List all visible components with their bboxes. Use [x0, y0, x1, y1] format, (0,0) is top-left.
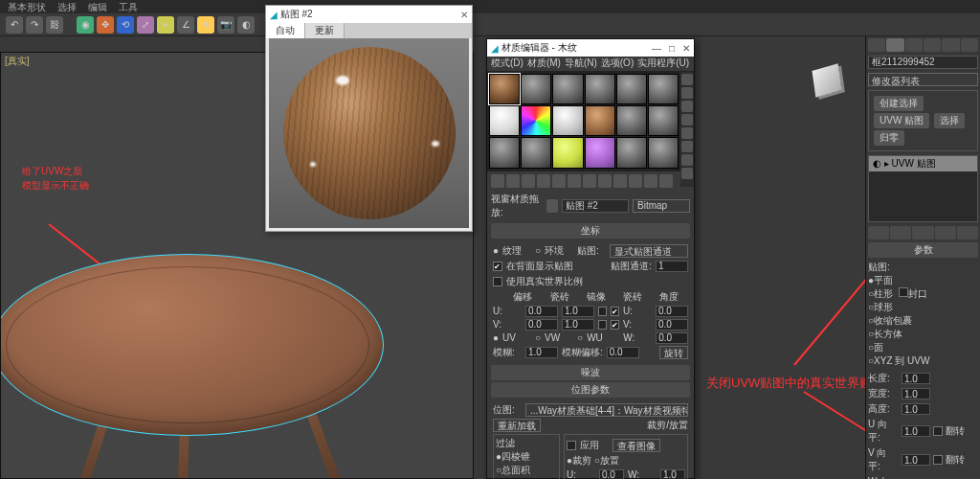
height-spinner[interactable] [902, 403, 930, 415]
uv-radio[interactable]: UV [502, 332, 531, 343]
show-in-vp-icon[interactable] [613, 174, 627, 188]
map-channel-spinner[interactable] [656, 261, 688, 272]
camera-icon[interactable]: 📷 [217, 16, 234, 34]
u-angle-spinner[interactable] [656, 306, 688, 317]
box-radio[interactable]: 长方体 [874, 329, 902, 339]
snap-icon[interactable]: ⌖ [157, 16, 174, 34]
shrink-radio[interactable]: 收缩包裹 [874, 315, 912, 326]
mat-slot[interactable] [552, 105, 583, 136]
real-world-checkbox[interactable] [493, 277, 502, 286]
mat-slot[interactable] [585, 105, 615, 136]
v-angle-spinner[interactable] [656, 319, 688, 331]
preview-titlebar[interactable]: ◢ 贴图 #2 ✕ [266, 6, 472, 23]
select-by-mat-icon[interactable] [681, 168, 693, 179]
mat-slot[interactable] [616, 137, 647, 168]
spherical-radio[interactable]: 球形 [874, 302, 893, 312]
mat-menubar[interactable]: 模式(D) 材质(M) 导航(N) 选项(O) 实用程序(U) [487, 57, 694, 72]
v-offset-spinner[interactable] [525, 319, 558, 331]
angle-snap-icon[interactable]: ∠ [177, 16, 194, 34]
v-tile-checkbox[interactable] [611, 320, 619, 330]
xyz-radio[interactable]: XYZ 到 UVW [874, 355, 929, 366]
show-end-icon[interactable] [629, 174, 642, 188]
crop-radio[interactable]: 裁剪 [572, 455, 591, 466]
preview-viewport[interactable] [269, 38, 469, 228]
mat-slot[interactable] [648, 105, 679, 136]
minimize-icon[interactable]: — [652, 43, 661, 54]
utile-spinner[interactable] [902, 425, 930, 437]
options-icon[interactable] [681, 154, 693, 166]
mat-id-icon[interactable] [598, 174, 612, 188]
u-tile-checkbox[interactable] [611, 307, 619, 316]
mat-slot[interactable] [489, 74, 520, 104]
go-parent-icon[interactable] [644, 174, 657, 188]
reload-button[interactable]: 重新加载 [493, 419, 541, 432]
face-radio[interactable]: 面 [874, 342, 883, 353]
menu-item[interactable]: 工具 [119, 1, 138, 12]
get-material-icon[interactable] [491, 174, 504, 188]
go-sibling-icon[interactable] [659, 174, 673, 188]
apply-crop-checkbox[interactable] [567, 441, 576, 450]
stack-item-uvw[interactable]: ◐ ▸ UVW 贴图 [869, 156, 977, 171]
tab-update[interactable]: 更新 [305, 23, 345, 38]
close-icon[interactable]: ✕ [682, 43, 690, 54]
rotate-icon[interactable]: ⟲ [117, 16, 134, 34]
vtile-spinner[interactable] [902, 454, 930, 466]
method-button[interactable]: 选择 [934, 113, 965, 128]
v-tile-spinner[interactable] [562, 319, 594, 331]
material-type-button[interactable]: Bitmap [633, 199, 690, 213]
pin-stack-icon[interactable] [868, 226, 889, 240]
blur-spinner[interactable] [525, 347, 558, 358]
pin-button[interactable]: 归零 [874, 130, 904, 146]
mat-slot[interactable] [521, 105, 551, 136]
main-menubar[interactable]: 基本形状 选择 编辑 工具 [0, 0, 980, 13]
vw-radio[interactable]: VW [545, 332, 573, 343]
move-icon[interactable]: ✥ [97, 16, 114, 34]
mapping-dropdown[interactable]: 显式贴图通道 [610, 244, 688, 258]
uvw-map-button[interactable]: UVW 贴图 [874, 113, 929, 128]
section-bitmap-params[interactable]: 位图参数 [491, 382, 690, 398]
motion-tab-icon[interactable] [924, 38, 941, 52]
menu-options[interactable]: 选项(O) [601, 57, 634, 71]
modify-tab-icon[interactable] [886, 38, 903, 52]
flip-u-checkbox[interactable] [933, 426, 943, 436]
mat-slot[interactable] [585, 74, 615, 104]
place-radio[interactable]: 放置 [600, 455, 619, 466]
create-tab-icon[interactable] [868, 38, 885, 52]
radio-texture[interactable]: 纹理 [502, 244, 531, 258]
configure-sets-icon[interactable] [957, 226, 978, 240]
video-check-icon[interactable] [681, 127, 693, 139]
reset-icon[interactable] [537, 174, 550, 188]
crop-u-spinner[interactable] [599, 469, 624, 479]
section-noise[interactable]: 噪波 [491, 365, 690, 380]
eyedropper-icon[interactable] [546, 199, 558, 213]
u-offset-spinner[interactable] [525, 306, 558, 317]
menu-material[interactable]: 材质(M) [527, 57, 561, 71]
bitmap-path-button[interactable]: ...Way材质基础[4-4]：Way材质视频特殊1293wh147.jpg [525, 403, 688, 417]
close-icon[interactable]: ✕ [460, 10, 468, 20]
menu-item[interactable]: 编辑 [88, 1, 107, 12]
view-image-button[interactable]: 查看图像 [612, 439, 660, 452]
hierarchy-tab-icon[interactable] [905, 38, 923, 52]
make-unique-icon[interactable] [568, 174, 581, 188]
sample-type-icon[interactable] [681, 74, 693, 85]
link-icon[interactable]: ⛓ [46, 16, 63, 34]
mat-slot[interactable] [489, 137, 520, 168]
filter-pyramidal-radio[interactable]: 四棱锥 [501, 451, 530, 462]
put-to-lib-icon[interactable] [583, 174, 596, 188]
width-spinner[interactable] [902, 388, 930, 399]
w-angle-spinner[interactable] [656, 332, 688, 344]
mat-slot[interactable] [552, 137, 583, 168]
menu-utils[interactable]: 实用程序(U) [637, 57, 689, 71]
sample-uv-icon[interactable] [681, 114, 693, 125]
menu-mode[interactable]: 模式(D) [491, 57, 523, 71]
mat-slot[interactable] [648, 74, 679, 104]
show-behind-checkbox[interactable] [493, 262, 502, 271]
filter-summed-radio[interactable]: 总面积 [501, 465, 530, 475]
table-model[interactable] [0, 254, 412, 479]
u-tile-spinner[interactable] [562, 306, 594, 317]
length-spinner[interactable] [902, 373, 930, 384]
light-icon[interactable]: ☀ [197, 16, 214, 34]
undo-icon[interactable]: ↶ [6, 16, 23, 34]
maximize-icon[interactable]: □ [669, 43, 675, 54]
modifier-stack[interactable]: ◐ ▸ UVW 贴图 [868, 155, 978, 222]
